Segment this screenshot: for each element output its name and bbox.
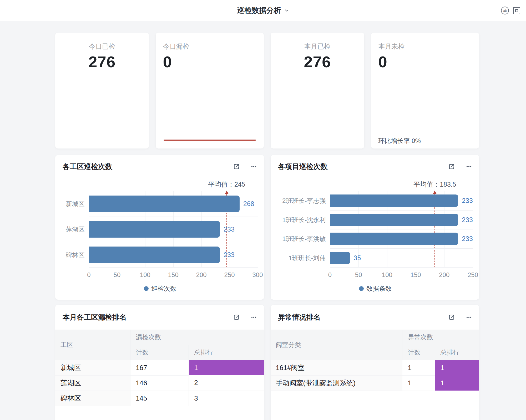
- ranking-table: 阀室分类 异常次数 计数 总排行 161#阀室11手动阀室(带泄露监测系统)11: [271, 330, 479, 391]
- chart-row: 1班班长-李洪敏233: [278, 229, 473, 249]
- more-icon[interactable]: [250, 163, 258, 171]
- cell-count: 1: [402, 375, 435, 391]
- bar-track: 233: [330, 191, 473, 211]
- table-card-missed-ranking: 本月各工区漏检排名 工区 漏检次数: [55, 305, 264, 420]
- column-header: 计数: [402, 345, 435, 360]
- legend-label: 数据条数: [366, 284, 392, 293]
- x-axis: 050100150200250300: [89, 268, 258, 281]
- legend-marker-icon: [144, 286, 149, 291]
- topbar: 巡检数据分析 ⇄: [0, 0, 526, 21]
- chart-card-projects: 各项目巡检次数 平均值：183.5: [271, 155, 479, 300]
- category-label: 1班班长-李洪敏: [278, 229, 330, 249]
- stat-value: 276: [271, 53, 364, 71]
- column-header: 总排行: [189, 345, 264, 360]
- bar-value-label: 268: [243, 200, 254, 208]
- table-title: 异常情况排名: [278, 313, 448, 322]
- table-row: 莲湖区1462: [55, 375, 264, 391]
- average-annotation: 平均值：245: [208, 180, 245, 189]
- open-in-new-icon[interactable]: [233, 163, 240, 170]
- dashboard-content: 今日已检 276 今日漏检 0 本月已检 276 本月未检 0 环比增长率 0%…: [55, 33, 479, 420]
- bar: [330, 252, 350, 264]
- cell-count: 145: [130, 391, 189, 406]
- chart-row: 新城区268: [63, 191, 258, 217]
- x-tick-label: 50: [355, 271, 362, 279]
- x-tick-label: 250: [224, 271, 235, 279]
- column-header: 计数: [130, 345, 189, 360]
- chart-row: 碑林区233: [63, 242, 258, 268]
- plot-area: 平均值：245 新城区268莲湖区233碑林区233: [63, 191, 258, 268]
- x-tick-label: 100: [140, 271, 150, 279]
- bar-track: 233: [330, 211, 473, 230]
- chart-title: 各项目巡检次数: [278, 162, 448, 171]
- cell-rank-highlighted: 1: [435, 360, 479, 375]
- category-label: 1班班长-沈永利: [278, 211, 330, 230]
- stat-label: 今日漏检: [163, 42, 257, 51]
- more-icon[interactable]: [250, 313, 258, 321]
- divider: [245, 314, 245, 321]
- red-accent-line: [164, 140, 256, 141]
- bar-value-label: 233: [462, 197, 473, 204]
- card-header: 各工区巡检次数: [55, 155, 264, 178]
- open-in-new-icon[interactable]: [448, 163, 455, 170]
- legend-label: 巡检次数: [151, 284, 176, 293]
- category-label: 莲湖区: [63, 217, 89, 242]
- bar-value-label: 233: [462, 235, 473, 243]
- open-in-new-icon[interactable]: [233, 314, 240, 321]
- bar-track: 233: [330, 229, 473, 249]
- cell-name: 碑林区: [55, 391, 130, 406]
- chart-row: 1班班长-刘伟35: [278, 249, 473, 268]
- cell-name: 莲湖区: [55, 375, 130, 391]
- column-header: 工区: [55, 330, 130, 360]
- card-header: 各项目巡检次数: [271, 155, 479, 178]
- more-icon[interactable]: [465, 163, 473, 171]
- table-title: 本月各工区漏检排名: [63, 313, 233, 322]
- gridline: [258, 191, 258, 268]
- chart-title: 各工区巡检次数: [63, 162, 233, 171]
- page-title: 巡检数据分析: [237, 6, 281, 16]
- column-header: 阀室分类: [271, 330, 402, 360]
- table-row: 手动阀室(带泄露监测系统)11: [271, 375, 479, 391]
- stat-value: 0: [378, 53, 472, 71]
- divider: [245, 163, 245, 170]
- cell-name: 手动阀室(带泄露监测系统): [271, 375, 402, 391]
- cell-count: 167: [130, 360, 189, 375]
- card-header: 本月各工区漏检排名: [55, 305, 264, 330]
- legend-marker-icon: [359, 286, 364, 291]
- x-tick-label: 0: [87, 271, 90, 279]
- chart-row: 2班班长-李志强233: [278, 191, 473, 211]
- exit-fullscreen-icon[interactable]: [513, 7, 520, 14]
- table-row: 161#阀室11: [271, 360, 479, 375]
- legend[interactable]: 数据条数: [278, 281, 473, 296]
- growth-rate-footer: 环比增长率 0%: [377, 133, 473, 148]
- more-icon[interactable]: [465, 313, 473, 321]
- cell-count: 146: [130, 375, 189, 391]
- dashboard-title-dropdown[interactable]: 巡检数据分析: [237, 0, 289, 21]
- bar: [89, 221, 220, 238]
- legend[interactable]: 巡检次数: [63, 281, 258, 296]
- cell-count: 1: [402, 360, 435, 375]
- cell-name: 新城区: [55, 360, 130, 375]
- table-card-abnormal-ranking: 异常情况排名 阀室分类 异常次数: [271, 305, 479, 420]
- bar-value-label: 233: [224, 251, 235, 259]
- x-tick-label: 200: [439, 271, 449, 279]
- sync-icon[interactable]: ⇄: [501, 7, 509, 14]
- x-tick-label: 300: [252, 271, 263, 279]
- bar-track: 268: [89, 191, 258, 217]
- tables-row: 本月各工区漏检排名 工区 漏检次数: [55, 305, 479, 420]
- x-tick-label: 200: [196, 271, 207, 279]
- stat-card-today-missed: 今日漏检 0: [156, 33, 264, 148]
- divider: [460, 163, 460, 170]
- stat-label: 本月未检: [378, 42, 472, 51]
- cell-name: 161#阀室: [271, 360, 402, 375]
- x-tick-label: 0: [328, 271, 332, 279]
- cell-rank-highlighted: 1: [189, 360, 264, 375]
- group-header: 漏检次数: [130, 330, 264, 345]
- category-label: 1班班长-刘伟: [278, 249, 330, 268]
- open-in-new-icon[interactable]: [448, 314, 455, 321]
- table-row: 碑林区1453: [55, 391, 264, 406]
- x-axis: 050100150200250: [330, 268, 473, 281]
- ranking-table: 工区 漏检次数 计数 总排行 新城区1671莲湖区1462碑林区1453: [55, 330, 264, 406]
- bar-value-label: 233: [462, 216, 473, 224]
- cell-rank: 2: [189, 375, 264, 391]
- x-tick-label: 150: [411, 271, 421, 279]
